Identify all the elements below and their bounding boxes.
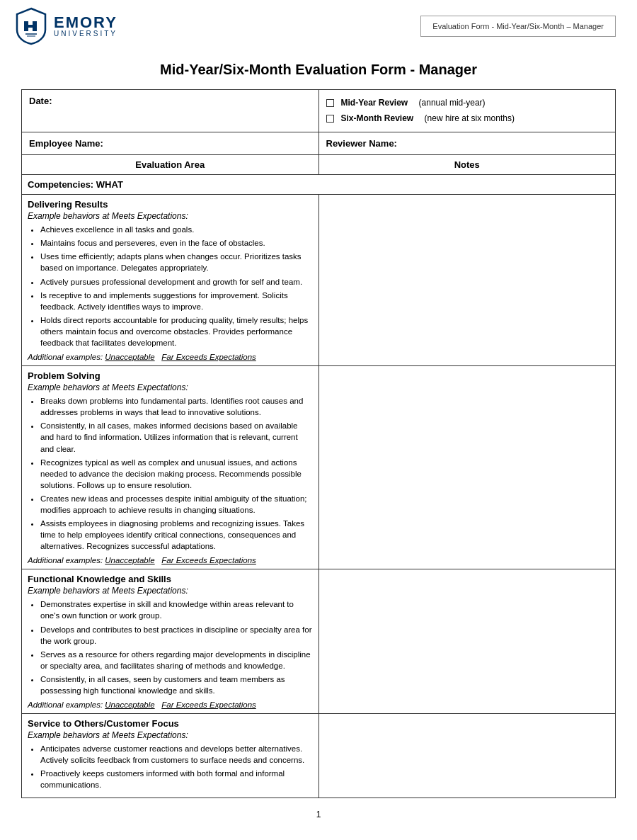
bullet-list-delivering-results: Achieves excellence in all tasks and goa… (28, 224, 313, 348)
page-number: 1 (0, 810, 637, 827)
list-item: Consistently, in all cases, makes inform… (40, 420, 313, 454)
example-label-service-to-others: Example behaviors at Meets Expectations: (28, 730, 313, 740)
bullet-list-functional-knowledge: Demonstrates expertise in skill and know… (28, 598, 313, 696)
section-content-service-to-others: Service to Others/Customer FocusExample … (22, 714, 319, 798)
employee-name-cell: Employee Name: (22, 132, 319, 155)
list-item: Uses time efficiently; adapts plans when… (40, 251, 313, 273)
section-title-delivering-results: Delivering Results (28, 199, 313, 210)
list-item: Consistently, in all cases, seen by cust… (40, 674, 313, 696)
bullet-list-problem-solving: Breaks down problems into fundamental pa… (28, 395, 313, 552)
notes-cell-problem-solving (318, 366, 616, 569)
section-row-delivering-results: Delivering ResultsExample behaviors at M… (22, 195, 616, 366)
list-item: Develops and contributes to best practic… (40, 624, 313, 647)
link-far-exceeds-functional-knowledge[interactable]: Far Exceeds Expectations (161, 700, 256, 709)
logo-emory: EMORY (54, 15, 117, 30)
link-unacceptable-functional-knowledge[interactable]: Unacceptable (105, 700, 154, 709)
bullet-list-service-to-others: Anticipates adverse customer reactions a… (28, 743, 313, 790)
section-row-functional-knowledge: Functional Knowledge and SkillsExample b… (22, 569, 616, 714)
list-item: Maintains focus and perseveres, even in … (40, 237, 313, 249)
competencies-header-text: Competencies: WHAT (28, 179, 123, 190)
date-row: Date: Mid-Year Review (annual mid-year) … (22, 90, 616, 132)
list-item: Recognizes typical as well as complex an… (40, 457, 313, 491)
notes-cell-delivering-results (318, 195, 616, 366)
reviewer-name-label: Reviewer Name: (326, 138, 397, 149)
list-item: Demonstrates expertise in skill and know… (40, 598, 313, 621)
header: EMORY UNIVERSITY Evaluation Form - Mid-Y… (0, 0, 637, 49)
form-table: Date: Mid-Year Review (annual mid-year) … (21, 89, 616, 798)
employee-reviewer-row: Employee Name: Reviewer Name: (22, 132, 616, 155)
sixmonth-checkbox[interactable] (326, 115, 334, 123)
logo-text: EMORY UNIVERSITY (54, 15, 117, 38)
sixmonth-label: Six-Month Review (341, 111, 414, 127)
list-item: Anticipates adverse customer reactions a… (40, 743, 313, 766)
link-unacceptable-problem-solving[interactable]: Unacceptable (105, 556, 154, 564)
competencies-header-cell: Competencies: WHAT (22, 175, 616, 195)
example-label-problem-solving: Example behaviors at Meets Expectations: (28, 382, 313, 392)
header-title-box: Evaluation Form - Mid-Year/Six-Month – M… (420, 16, 616, 37)
employee-name-label: Employee Name: (29, 138, 103, 149)
logo-university: UNIVERSITY (54, 30, 117, 38)
link-far-exceeds-problem-solving[interactable]: Far Exceeds Expectations (161, 556, 256, 564)
emory-shield-icon (14, 7, 48, 45)
main-title: Mid-Year/Six-Month Evaluation Form - Man… (21, 62, 616, 78)
list-item: Creates new ideas and processes despite … (40, 493, 313, 516)
additional-examples-delivering-results: Additional examples: Unacceptable Far Ex… (28, 353, 313, 361)
section-content-functional-knowledge: Functional Knowledge and SkillsExample b… (22, 569, 319, 714)
section-content-problem-solving: Problem SolvingExample behaviors at Meet… (22, 366, 319, 569)
notes-header: Notes (318, 155, 616, 175)
additional-examples-problem-solving: Additional examples: Unacceptable Far Ex… (28, 556, 313, 564)
reviewer-name-cell: Reviewer Name: (318, 132, 616, 155)
link-far-exceeds-delivering-results[interactable]: Far Exceeds Expectations (161, 353, 256, 361)
review-type-cell: Mid-Year Review (annual mid-year) Six-Mo… (318, 90, 616, 132)
review-line-1: Mid-Year Review (annual mid-year) (326, 96, 609, 111)
list-item: Holds direct reports accountable for pro… (40, 314, 313, 348)
section-title-service-to-others: Service to Others/Customer Focus (28, 718, 313, 729)
column-header-row: Evaluation Area Notes (22, 155, 616, 175)
date-cell: Date: (22, 90, 319, 132)
logo-area: EMORY UNIVERSITY (14, 7, 117, 45)
link-unacceptable-delivering-results[interactable]: Unacceptable (105, 353, 154, 361)
sixmonth-sub: (new hire at six months) (425, 111, 515, 127)
competencies-header-row: Competencies: WHAT (22, 175, 616, 195)
list-item: Actively pursues professional developmen… (40, 276, 313, 288)
header-title: Evaluation Form - Mid-Year/Six-Month – M… (432, 22, 604, 30)
list-item: Proactively keeps customers informed wit… (40, 768, 313, 790)
page: EMORY UNIVERSITY Evaluation Form - Mid-Y… (0, 0, 637, 840)
notes-cell-service-to-others (318, 714, 616, 798)
section-row-service-to-others: Service to Others/Customer FocusExample … (22, 714, 616, 798)
midyear-checkbox[interactable] (326, 99, 334, 107)
list-item: Serves as a resource for others regardin… (40, 649, 313, 671)
section-title-problem-solving: Problem Solving (28, 370, 313, 381)
list-item: Breaks down problems into fundamental pa… (40, 395, 313, 418)
notes-cell-functional-knowledge (318, 569, 616, 714)
section-row-problem-solving: Problem SolvingExample behaviors at Meet… (22, 366, 616, 569)
midyear-label: Mid-Year Review (341, 96, 408, 111)
example-label-functional-knowledge: Example behaviors at Meets Expectations: (28, 586, 313, 596)
section-title-functional-knowledge: Functional Knowledge and Skills (28, 574, 313, 584)
section-content-delivering-results: Delivering ResultsExample behaviors at M… (22, 195, 319, 366)
additional-examples-functional-knowledge: Additional examples: Unacceptable Far Ex… (28, 700, 313, 709)
midyear-sub: (annual mid-year) (419, 96, 486, 111)
example-label-delivering-results: Example behaviors at Meets Expectations: (28, 211, 313, 221)
eval-area-header: Evaluation Area (22, 155, 319, 175)
list-item: Assists employees in diagnosing problems… (40, 518, 313, 552)
date-label: Date: (29, 96, 52, 106)
list-item: Is receptive to and implements suggestio… (40, 290, 313, 312)
list-item: Achieves excellence in all tasks and goa… (40, 224, 313, 235)
review-line-2: Six-Month Review (new hire at six months… (326, 111, 609, 127)
